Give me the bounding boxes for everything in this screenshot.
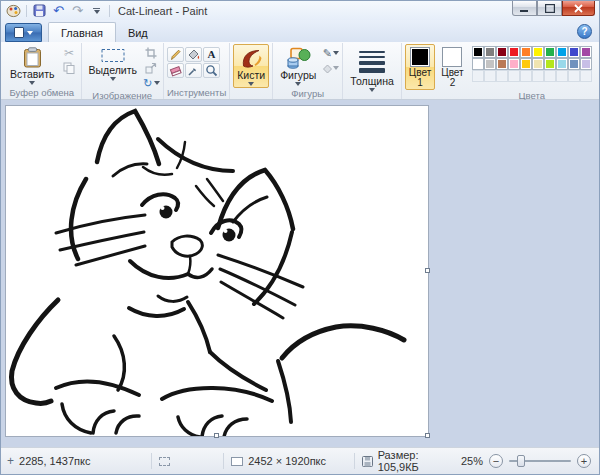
eraser-tool-button[interactable] <box>167 63 184 78</box>
quick-access-toolbar: ↶ ↷ <box>1 3 112 19</box>
palette-swatch[interactable] <box>533 47 543 57</box>
palette-empty-slot[interactable] <box>533 71 543 81</box>
palette-empty-slot[interactable] <box>581 71 591 81</box>
cut-button[interactable]: ✂ <box>61 46 78 60</box>
paste-button[interactable]: Вставить <box>6 44 59 87</box>
magnifier-tool-button[interactable] <box>203 63 220 78</box>
shapes-button[interactable]: Фигуры <box>276 44 320 88</box>
brush-icon <box>240 47 263 69</box>
palette-swatch[interactable] <box>509 47 519 57</box>
palette-swatch[interactable] <box>569 47 579 57</box>
group-image: Выделить ↻ Изображение <box>82 43 164 99</box>
qat-customize-button[interactable] <box>88 3 105 19</box>
copy-button[interactable] <box>61 61 78 75</box>
palette-swatch[interactable] <box>473 47 483 57</box>
color2-button[interactable]: Цвет2 <box>437 44 467 90</box>
maximize-button[interactable] <box>537 1 562 16</box>
palette-empty-slot[interactable] <box>497 71 507 81</box>
canvas-size-icon <box>231 457 243 466</box>
palette-empty-slot[interactable] <box>521 71 531 81</box>
palette-empty-slot[interactable] <box>509 71 519 81</box>
palette-swatch[interactable] <box>545 59 555 69</box>
paint-logo-icon[interactable] <box>5 3 22 19</box>
palette-swatch[interactable] <box>521 59 531 69</box>
cursor-position-segment: + 2285, 1437пкс <box>7 455 144 467</box>
outline-pencil-icon: ✎ <box>323 48 332 58</box>
titlebar: ↶ ↷ Cat-Lineart - Paint <box>1 1 599 20</box>
palette-empty-slot[interactable] <box>485 71 495 81</box>
palette-swatch[interactable] <box>533 59 543 69</box>
chevron-down-icon <box>333 51 339 55</box>
undo-button[interactable]: ↶ <box>50 3 67 19</box>
crop-icon <box>145 47 157 59</box>
chevron-down-icon <box>333 66 339 70</box>
text-tool-button[interactable]: A <box>203 47 220 62</box>
palette-swatch[interactable] <box>581 47 591 57</box>
color1-button[interactable]: Цвет1 <box>405 44 435 90</box>
zoom-slider-thumb[interactable] <box>517 455 525 467</box>
fill-tool-button[interactable] <box>185 47 202 62</box>
size-button[interactable]: Толщина <box>346 44 397 94</box>
shape-outline-button[interactable]: ✎ <box>322 46 339 60</box>
app-menu-button[interactable] <box>5 23 42 42</box>
file-size-value: Размер: 105,9КБ <box>378 449 461 473</box>
color-picker-tool-button[interactable] <box>185 63 202 78</box>
canvas-resize-handle-bottom[interactable] <box>214 433 219 438</box>
palette-swatch[interactable] <box>557 59 567 69</box>
canvas-resize-handle-right[interactable] <box>425 268 430 273</box>
cursor-position-icon: + <box>7 456 14 466</box>
zoom-slider[interactable] <box>509 460 571 462</box>
brushes-button[interactable]: Кисти <box>233 44 269 88</box>
file-size-segment: Размер: 105,9КБ <box>362 449 461 473</box>
help-button[interactable]: ? <box>577 24 592 39</box>
palette-empty-slot[interactable] <box>473 71 483 81</box>
save-button[interactable] <box>31 3 48 19</box>
palette-swatch[interactable] <box>557 47 567 57</box>
zoom-controls: 25% − + <box>461 454 593 468</box>
eyedropper-icon <box>187 64 200 77</box>
tab-view[interactable]: Вид <box>116 23 160 42</box>
group-label-clipboard: Буфер обмена <box>6 87 78 99</box>
scissors-icon: ✂ <box>64 46 74 60</box>
zoom-in-button[interactable]: + <box>577 454 591 468</box>
palette-swatch[interactable] <box>545 47 555 57</box>
palette-swatch[interactable] <box>509 59 519 69</box>
shape-fill-button[interactable] <box>322 61 339 75</box>
color2-swatch <box>442 47 462 67</box>
color2-label: Цвет2 <box>441 68 463 88</box>
cat-lineart-drawing <box>6 106 428 436</box>
rotate-button[interactable]: ↻ <box>143 76 160 90</box>
zoom-out-button[interactable]: − <box>489 454 503 468</box>
palette-empty-slot[interactable] <box>569 71 579 81</box>
undo-icon: ↶ <box>53 4 64 17</box>
palette-swatch[interactable] <box>485 47 495 57</box>
palette-swatch[interactable] <box>497 59 507 69</box>
pencil-tool-button[interactable] <box>167 47 184 62</box>
palette-swatch[interactable] <box>473 59 483 69</box>
palette-swatch[interactable] <box>521 47 531 57</box>
palette-empty-slot[interactable] <box>557 71 567 81</box>
zoom-level-value: 25% <box>461 455 483 467</box>
drawing-canvas[interactable] <box>6 106 428 436</box>
palette-swatch[interactable] <box>569 59 579 69</box>
resize-button[interactable] <box>143 61 160 75</box>
rotate-icon: ↻ <box>143 78 152 88</box>
redo-button[interactable]: ↷ <box>69 3 86 19</box>
close-button[interactable] <box>562 1 595 16</box>
palette-swatch[interactable] <box>497 47 507 57</box>
tab-home[interactable]: Главная <box>48 22 116 42</box>
palette-swatch[interactable] <box>581 59 591 69</box>
canvas-resize-handle-corner[interactable] <box>425 433 430 438</box>
copy-icon <box>63 62 75 74</box>
workspace <box>1 100 599 447</box>
status-divider <box>223 453 224 469</box>
crop-button[interactable] <box>143 46 160 60</box>
palette-swatch[interactable] <box>485 59 495 69</box>
group-size: Толщина <box>343 43 401 99</box>
minimize-button[interactable] <box>512 1 537 16</box>
select-button[interactable]: Выделить <box>85 44 141 83</box>
group-shapes: Фигуры ✎ Фигуры <box>273 43 343 99</box>
brushes-label: Кисти <box>237 70 265 81</box>
clipboard-icon <box>23 47 42 68</box>
palette-empty-slot[interactable] <box>545 71 555 81</box>
